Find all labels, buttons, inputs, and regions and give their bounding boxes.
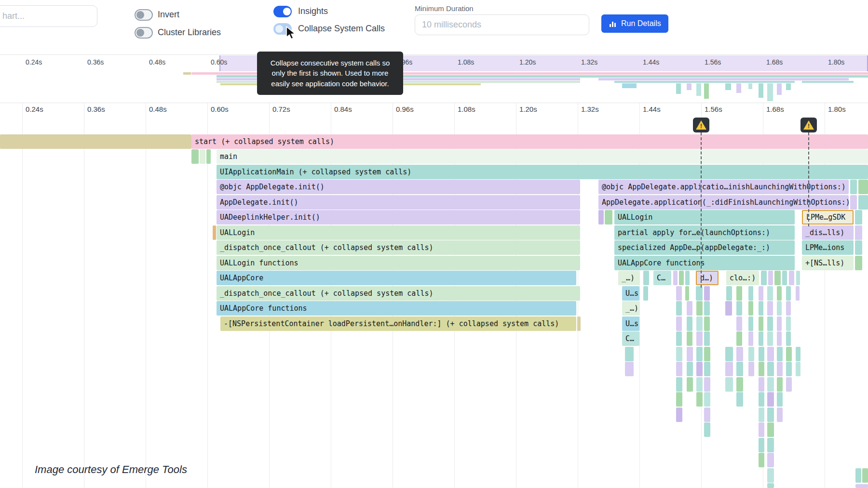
flame-bar[interactable] <box>759 453 764 467</box>
flame-bar[interactable] <box>748 362 754 376</box>
flame-bar[interactable]: UALAppCore functions <box>217 301 576 316</box>
flame-bar[interactable] <box>704 301 710 316</box>
flame-bar[interactable] <box>725 301 732 316</box>
flame-bar[interactable] <box>736 392 743 407</box>
run-details-button[interactable]: Run Details <box>601 14 668 33</box>
flame-bar[interactable] <box>789 271 794 285</box>
flame-bar[interactable] <box>767 408 774 422</box>
flame-bar[interactable] <box>676 317 682 331</box>
flame-bar[interactable] <box>704 347 710 361</box>
flame-bar[interactable] <box>767 331 773 346</box>
flame-bar[interactable] <box>786 317 791 331</box>
flame-bar[interactable] <box>725 377 733 392</box>
flame-bar[interactable] <box>736 286 742 301</box>
flame-bar[interactable] <box>679 271 684 285</box>
flame-bar[interactable]: @objc AppDelegate.init() <box>217 180 580 194</box>
flame-bar[interactable] <box>767 422 774 437</box>
flame-bar[interactable] <box>625 347 634 361</box>
flame-bar[interactable] <box>687 347 693 361</box>
flame-bar[interactable]: C… <box>653 271 671 285</box>
flame-bar[interactable] <box>696 377 703 392</box>
flame-bar[interactable] <box>767 377 774 392</box>
cluster-libraries-toggle[interactable] <box>135 27 153 39</box>
flame-bar[interactable] <box>786 347 792 361</box>
flame-bar[interactable]: UALAppCore <box>217 271 576 285</box>
flame-bar[interactable] <box>796 286 800 301</box>
flame-bar[interactable] <box>786 301 791 316</box>
flame-bar[interactable] <box>858 180 868 194</box>
flame-bar[interactable]: LPMe…ions <box>802 240 854 255</box>
flame-bar[interactable] <box>862 468 868 483</box>
flame-bar[interactable] <box>777 301 782 316</box>
flame-bar[interactable] <box>676 392 682 407</box>
flame-bar[interactable] <box>759 331 763 346</box>
flame-bar[interactable] <box>643 271 649 285</box>
flame-bar[interactable]: U…s <box>622 286 639 301</box>
flame-bar[interactable] <box>855 256 862 270</box>
flame-bar[interactable] <box>786 362 792 376</box>
insights-toggle[interactable] <box>273 6 292 17</box>
flame-bar[interactable] <box>796 362 800 376</box>
flame-bar[interactable] <box>673 271 678 285</box>
flame-bar[interactable] <box>696 317 703 331</box>
flame-bar[interactable] <box>759 422 764 437</box>
flame-bar[interactable] <box>696 362 703 376</box>
flame-bar[interactable] <box>786 377 792 392</box>
flame-bar[interactable] <box>759 408 764 422</box>
minimum-duration-input[interactable] <box>415 14 589 35</box>
flame-bar[interactable]: AppDelegate.application(_:didFinishLaunc… <box>598 195 849 210</box>
flame-bar[interactable] <box>676 377 682 392</box>
flame-bar[interactable]: clo…:) <box>726 271 759 285</box>
flame-bar[interactable] <box>855 484 868 488</box>
flame-bar[interactable] <box>191 149 199 164</box>
flame-bar[interactable] <box>685 286 689 301</box>
flame-bar[interactable] <box>736 377 743 392</box>
flame-bar[interactable] <box>704 286 710 301</box>
flame-bar[interactable] <box>759 317 763 331</box>
flame-bar[interactable] <box>687 317 692 331</box>
flame-bar[interactable]: d…) <box>696 271 719 285</box>
flame-bar[interactable] <box>725 362 733 376</box>
flame-bar[interactable] <box>850 180 857 194</box>
flame-bar[interactable] <box>736 362 743 376</box>
flame-bar[interactable] <box>759 301 763 316</box>
flame-bar[interactable] <box>748 286 753 301</box>
flame-bar[interactable] <box>676 408 682 422</box>
flame-bar[interactable]: UALAppCore functions <box>614 256 795 270</box>
flame-bar[interactable] <box>761 271 767 285</box>
flame-bar[interactable] <box>685 271 690 285</box>
flame-bar[interactable] <box>696 301 703 316</box>
flame-bar[interactable]: _dispatch_once_callout (+ collapsed syst… <box>217 286 580 301</box>
warning-badge[interactable]: ! <box>800 118 817 132</box>
flame-bar[interactable] <box>704 408 710 422</box>
flame-bar[interactable] <box>782 271 787 285</box>
flame-bar[interactable] <box>759 392 764 407</box>
flame-bar[interactable] <box>777 362 783 376</box>
flame-bar[interactable] <box>748 331 753 346</box>
flame-bar[interactable] <box>696 331 703 346</box>
flame-bar[interactable] <box>736 331 742 346</box>
flame-bar[interactable]: +[NS…lls) <box>802 256 854 270</box>
flame-bar[interactable]: C… <box>622 331 639 346</box>
flame-bar[interactable] <box>748 317 753 331</box>
flame-bar[interactable]: UIApplicationMain (+ collapsed system ca… <box>217 165 868 179</box>
flame-bar[interactable] <box>767 286 773 301</box>
flame-bar[interactable] <box>704 422 710 437</box>
flame-bar[interactable] <box>786 331 791 346</box>
flame-bar[interactable] <box>759 377 764 392</box>
flame-bar[interactable] <box>676 347 682 361</box>
flame-bar[interactable] <box>577 317 581 331</box>
flame-bar[interactable]: LPMe…gSDK <box>802 210 854 224</box>
flame-bar[interactable]: main <box>217 149 868 164</box>
flame-bar[interactable]: _dis…lls) <box>802 225 854 240</box>
flame-bar[interactable]: @objc AppDelegate.applicatio…inishLaunch… <box>598 180 849 194</box>
flame-bar[interactable] <box>767 392 774 407</box>
flame-bar[interactable] <box>767 453 774 467</box>
flame-bar[interactable] <box>774 271 781 285</box>
flame-bar[interactable] <box>725 347 733 361</box>
flame-bar[interactable] <box>777 392 783 407</box>
flame-bar[interactable] <box>687 362 693 376</box>
flame-bar[interactable]: AppDelegate.init() <box>217 195 580 210</box>
flame-bar[interactable] <box>605 210 612 224</box>
flame-bar[interactable] <box>777 331 782 346</box>
